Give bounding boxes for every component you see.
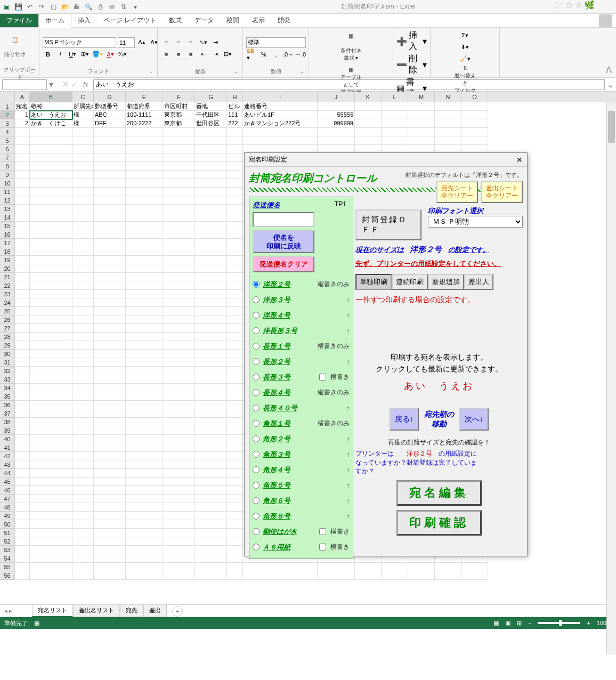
cell[interactable]: [15, 546, 30, 554]
cell[interactable]: [94, 264, 126, 273]
mode-tab[interactable]: 新規追加: [428, 274, 464, 290]
cell[interactable]: [94, 537, 126, 546]
row-header[interactable]: 50: [0, 520, 15, 529]
cell[interactable]: [227, 341, 243, 350]
cell[interactable]: [15, 239, 30, 247]
cell[interactable]: [195, 460, 227, 469]
row-header[interactable]: 33: [0, 375, 15, 384]
cell[interactable]: [163, 230, 195, 239]
cell[interactable]: [195, 128, 227, 136]
filter-icon[interactable]: ▾: [131, 3, 140, 11]
cell[interactable]: [126, 443, 163, 452]
cell[interactable]: [227, 529, 243, 537]
cell[interactable]: [15, 222, 30, 230]
sheet-tab[interactable]: 差出名リスト: [73, 605, 120, 617]
cell[interactable]: [30, 341, 72, 350]
cell[interactable]: [195, 350, 227, 358]
shipping-name-input[interactable]: [253, 212, 314, 227]
cell[interactable]: ABC: [94, 111, 126, 119]
cell[interactable]: [15, 460, 30, 469]
cell[interactable]: あい うえお: [30, 111, 72, 119]
cell[interactable]: 敬称: [30, 102, 72, 111]
cell[interactable]: [15, 537, 30, 546]
row-header[interactable]: 42: [0, 452, 15, 460]
envelope-size-radio[interactable]: 角形２号↑: [253, 431, 350, 447]
col-header[interactable]: J: [318, 92, 355, 102]
cell[interactable]: [15, 401, 30, 409]
cell[interactable]: [15, 333, 30, 341]
cell[interactable]: [435, 128, 461, 136]
macro-icon[interactable]: ▦: [34, 620, 39, 627]
cell[interactable]: [163, 162, 195, 171]
col-header[interactable]: N: [435, 92, 461, 102]
align-center-icon[interactable]: ≡: [173, 49, 184, 60]
cell[interactable]: [94, 503, 126, 512]
cell[interactable]: [163, 358, 195, 367]
cell[interactable]: [72, 222, 94, 230]
sheet-tab[interactable]: 差出: [143, 605, 167, 617]
new-sheet-button[interactable]: +: [172, 606, 183, 617]
cell[interactable]: [227, 546, 243, 554]
row-header[interactable]: 27: [0, 324, 15, 333]
cell[interactable]: [195, 179, 227, 188]
cell[interactable]: [15, 341, 30, 350]
cell[interactable]: [30, 307, 72, 315]
cell[interactable]: [163, 153, 195, 162]
cell[interactable]: [227, 392, 243, 401]
row-header[interactable]: 44: [0, 469, 15, 477]
cell[interactable]: [94, 298, 126, 307]
cell[interactable]: [15, 290, 30, 298]
cell[interactable]: [72, 171, 94, 179]
cell[interactable]: [94, 205, 126, 213]
cell[interactable]: [15, 426, 30, 435]
cell[interactable]: [126, 205, 163, 213]
cell[interactable]: [94, 486, 126, 495]
mode-tab[interactable]: 差出人: [464, 274, 493, 290]
cell[interactable]: [408, 119, 435, 128]
col-header[interactable]: C: [72, 92, 94, 102]
cell[interactable]: [126, 435, 163, 443]
row-header[interactable]: 56: [0, 571, 15, 580]
cell[interactable]: [94, 324, 126, 333]
cond-format-button[interactable]: ▦条件付き 書式 ▾: [339, 30, 363, 65]
border-button[interactable]: ⊞▾: [79, 49, 90, 60]
cell[interactable]: [30, 213, 72, 222]
cell[interactable]: [94, 443, 126, 452]
cell[interactable]: [94, 162, 126, 171]
cell[interactable]: [227, 153, 243, 162]
cell[interactable]: [94, 145, 126, 153]
cell[interactable]: [227, 443, 243, 452]
cell[interactable]: [126, 315, 163, 324]
row-header[interactable]: 48: [0, 503, 15, 512]
cell[interactable]: [163, 247, 195, 256]
cell[interactable]: [15, 230, 30, 239]
envelope-size-radio[interactable]: 郵便はがき横書き: [253, 524, 350, 539]
cell[interactable]: 様: [72, 111, 94, 119]
print-confirm-button[interactable]: 印刷確認: [396, 510, 482, 536]
cell[interactable]: [195, 333, 227, 341]
cell[interactable]: [72, 358, 94, 367]
cell[interactable]: [126, 171, 163, 179]
cell[interactable]: [227, 384, 243, 392]
cell[interactable]: [195, 546, 227, 554]
cell[interactable]: [227, 315, 243, 324]
row-header[interactable]: 53: [0, 546, 15, 554]
cell[interactable]: [195, 205, 227, 213]
cell[interactable]: [15, 358, 30, 367]
sheet-tab[interactable]: 宛先: [120, 605, 143, 617]
cell[interactable]: [15, 512, 30, 520]
cell[interactable]: [227, 469, 243, 477]
col-header[interactable]: A: [15, 92, 30, 102]
cell[interactable]: [15, 324, 30, 333]
cell[interactable]: [195, 341, 227, 350]
row-header[interactable]: 20: [0, 264, 15, 273]
col-header[interactable]: L: [382, 92, 408, 102]
tab-layout[interactable]: ページ レイアウト: [97, 14, 163, 27]
row-header[interactable]: 18: [0, 247, 15, 256]
cell[interactable]: [382, 563, 408, 571]
cell[interactable]: 都道府県: [126, 102, 163, 111]
cell[interactable]: [435, 119, 461, 128]
cell[interactable]: [195, 358, 227, 367]
cell[interactable]: [94, 401, 126, 409]
row-header[interactable]: 14: [0, 213, 15, 222]
